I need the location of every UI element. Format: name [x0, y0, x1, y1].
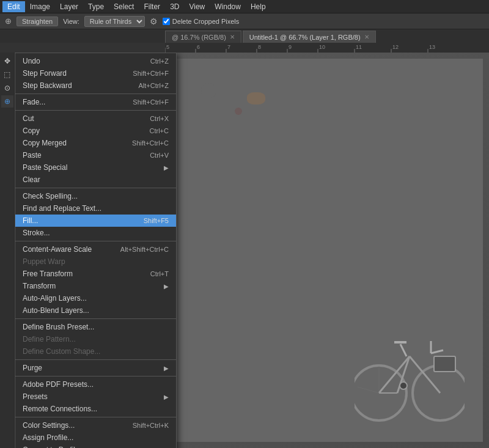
menubar-item-filter[interactable]: Filter [139, 1, 165, 12]
menu-item-define-brush[interactable]: Define Brush Preset... [15, 321, 176, 333]
straighten-button[interactable]: Straighten [17, 17, 58, 26]
separator-5 [15, 318, 176, 319]
menubar-item-layer[interactable]: Layer [55, 1, 83, 12]
menu-item-presets[interactable]: Presets ▶ [15, 391, 176, 403]
tab-1[interactable]: Untitled-1 @ 66.7% (Layer 1, RGB/8) ✕ [243, 31, 376, 43]
menu-item-step-forward-label: Step Forward [23, 69, 67, 78]
menu-item-free-transform-shortcut: Ctrl+T [150, 270, 169, 277]
dot-3 [235, 108, 242, 115]
menu-item-transform-label: Transform [23, 282, 56, 290]
menu-item-define-brush-label: Define Brush Preset... [23, 323, 94, 331]
menu-item-color-settings[interactable]: Color Settings... Shift+Ctrl+K [15, 419, 176, 431]
menubar-item-help[interactable]: Help [246, 1, 271, 12]
tab-0-label: @ 16.7% (RGB/8) [172, 34, 226, 41]
svg-text:5: 5 [166, 44, 169, 50]
separator-4 [15, 241, 176, 241]
menu-item-define-custom-shape-label: Define Custom Shape... [23, 347, 100, 356]
tool-select[interactable]: ⬚ [1, 68, 13, 81]
menu-item-copy-merged[interactable]: Copy Merged Shift+Ctrl+C [15, 137, 176, 149]
menu-item-fill-label: Fill... [23, 216, 38, 225]
menu-item-auto-blend[interactable]: Auto-Blend Layers... [15, 304, 176, 317]
menu-item-cut-shortcut: Ctrl+X [150, 115, 169, 122]
svg-text:10: 10 [319, 44, 325, 50]
presets-arrow-icon: ▶ [164, 394, 169, 400]
menu-item-content-aware-scale-label: Content-Aware Scale [23, 245, 92, 254]
menubar-item-image[interactable]: Image [25, 1, 55, 12]
menu-item-pdf-presets[interactable]: Adobe PDF Presets... [15, 378, 176, 391]
menu-item-auto-align-label: Auto-Align Layers... [23, 294, 87, 303]
menu-item-copy-merged-shortcut: Shift+Ctrl+C [132, 139, 169, 147]
svg-text:8: 8 [258, 44, 261, 50]
separator-7 [15, 376, 176, 376]
menu-item-undo[interactable]: Undo Ctrl+Z [15, 55, 176, 67]
tab-0-close[interactable]: ✕ [230, 34, 235, 40]
transform-arrow-icon: ▶ [164, 283, 169, 290]
menu-item-cut-label: Cut [23, 114, 34, 123]
menu-item-auto-blend-label: Auto-Blend Layers... [23, 306, 89, 315]
edit-dropdown-menu: Undo Ctrl+Z Step Forward Shift+Ctrl+F St… [15, 53, 177, 448]
menu-item-copy-label: Copy [23, 127, 40, 135]
menu-item-check-spelling[interactable]: Check Spelling... [15, 190, 176, 202]
menu-item-convert-profile-label: Convert to Profile... [23, 446, 86, 448]
menu-item-step-backward-shortcut: Alt+Ctrl+Z [138, 82, 169, 89]
menu-item-content-aware-scale-shortcut: Alt+Shift+Ctrl+C [120, 246, 169, 253]
menu-item-step-backward[interactable]: Step Backward Alt+Ctrl+Z [15, 79, 176, 92]
menu-item-paste-special[interactable]: Paste Special ▶ [15, 161, 176, 174]
menubar-item-type[interactable]: Type [83, 1, 109, 12]
menu-item-find-replace[interactable]: Find and Replace Text... [15, 202, 176, 215]
menu-item-fade-label: Fade... [23, 98, 45, 106]
menu-item-remote-connections[interactable]: Remote Connections... [15, 403, 176, 415]
tool-move[interactable]: ✥ [1, 55, 13, 67]
svg-text:9: 9 [289, 44, 292, 50]
separator-6 [15, 359, 176, 360]
svg-text:12: 12 [392, 44, 399, 50]
menu-item-purge[interactable]: Purge ▶ [15, 362, 176, 374]
menu-item-transform[interactable]: Transform ▶ [15, 280, 176, 292]
menu-item-copy-shortcut: Ctrl+C [150, 127, 169, 134]
menu-item-assign-profile[interactable]: Assign Profile... [15, 431, 176, 444]
menu-item-auto-align[interactable]: Auto-Align Layers... [15, 292, 176, 304]
view-select[interactable]: Rule of Thirds [84, 16, 145, 27]
tool-lasso[interactable]: ⊙ [1, 82, 13, 94]
menu-item-undo-label: Undo [23, 57, 40, 65]
tab-0[interactable]: @ 16.7% (RGB/8) ✕ [165, 31, 241, 43]
delete-cropped-checkbox-label[interactable]: Delete Cropped Pixels [163, 18, 239, 25]
menu-item-free-transform[interactable]: Free Transform Ctrl+T [15, 268, 176, 280]
delete-cropped-checkbox[interactable] [163, 18, 170, 25]
menubar-item-3d[interactable]: 3D [165, 1, 184, 12]
menu-item-find-replace-label: Find and Replace Text... [23, 204, 101, 213]
menu-item-assign-profile-label: Assign Profile... [23, 433, 73, 442]
purge-arrow-icon: ▶ [164, 365, 169, 372]
menu-item-convert-profile[interactable]: Convert to Profile... [15, 444, 176, 448]
gear-icon[interactable]: ⚙ [150, 17, 158, 26]
menubar-item-window[interactable]: Window [210, 1, 246, 12]
menubar-item-edit[interactable]: Edit [2, 1, 25, 12]
menu-item-cut[interactable]: Cut Ctrl+X [15, 112, 176, 125]
menu-item-step-forward-shortcut: Shift+Ctrl+F [133, 70, 169, 77]
menubar-item-view[interactable]: View [184, 1, 210, 12]
svg-text:13: 13 [429, 44, 435, 50]
menu-item-pdf-presets-label: Adobe PDF Presets... [23, 380, 94, 389]
separator-1 [15, 94, 176, 94]
paste-special-arrow-icon: ▶ [164, 164, 169, 171]
menu-item-paste-label: Paste [23, 151, 42, 160]
menu-item-content-aware-scale[interactable]: Content-Aware Scale Alt+Shift+Ctrl+C [15, 243, 176, 255]
menu-item-paste-special-label: Paste Special [23, 163, 67, 172]
menu-item-color-settings-label: Color Settings... [23, 421, 75, 430]
menu-item-fill[interactable]: Fill... Shift+F5 [15, 215, 176, 227]
menu-item-fade[interactable]: Fade... Shift+Ctrl+F [15, 96, 176, 108]
menu-item-presets-label: Presets [23, 392, 48, 401]
menu-item-paste[interactable]: Paste Ctrl+V [15, 149, 176, 161]
menu-item-step-forward[interactable]: Step Forward Shift+Ctrl+F [15, 67, 176, 79]
svg-text:6: 6 [197, 44, 200, 50]
view-label: View: [63, 18, 79, 25]
menu-item-copy[interactable]: Copy Ctrl+C [15, 125, 176, 137]
dot-2 [201, 83, 216, 98]
menu-item-free-transform-label: Free Transform [23, 270, 73, 278]
tab-1-close[interactable]: ✕ [364, 34, 369, 40]
menu-item-stroke[interactable]: Stroke... [15, 227, 176, 239]
menubar-item-select[interactable]: Select [109, 1, 139, 12]
tool-crop[interactable]: ⊕ [1, 95, 13, 108]
menu-item-purge-label: Purge [23, 364, 42, 372]
menu-item-clear[interactable]: Clear [15, 174, 176, 186]
